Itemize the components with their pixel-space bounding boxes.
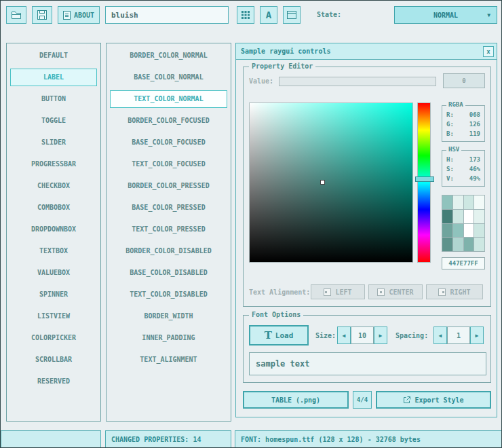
property-list-item[interactable]: BASE_COLOR_FOCUSED: [110, 134, 227, 151]
property-list-item[interactable]: BORDER_COLOR_FOCUSED: [110, 112, 227, 130]
hue-bar-handle[interactable]: [415, 176, 434, 182]
color-swatch[interactable]: [464, 224, 474, 238]
open-file-button[interactable]: [6, 6, 26, 24]
property-list-item[interactable]: TEXT_ALIGNMENT: [110, 351, 227, 369]
text-alignment-label: Text Alignment:: [249, 288, 310, 296]
rgba-row-r: R: 068: [442, 110, 484, 119]
color-swatch[interactable]: [474, 210, 484, 223]
about-button[interactable]: ABOUT: [58, 6, 100, 24]
export-style-button[interactable]: Export Style: [376, 391, 491, 409]
window-preview-button[interactable]: [283, 6, 301, 24]
color-swatch[interactable]: [453, 210, 463, 223]
sample-text-input[interactable]: sample text: [249, 352, 486, 375]
h-value: 173: [469, 155, 480, 164]
color-swatch[interactable]: [464, 195, 474, 209]
align-right-label: RIGHT: [450, 288, 470, 296]
rguistyler-app: ABOUT A State: NORMAL ▼ DEFAULT LABEL BU…: [0, 0, 502, 448]
hex-value-text: 447E77FF: [448, 260, 478, 267]
control-list-item[interactable]: PROGRESSBAR: [10, 155, 97, 173]
style-color-swatch-grid: [442, 195, 485, 252]
control-list-item[interactable]: SLIDER: [10, 134, 97, 151]
property-list-item[interactable]: TEXT_COLOR_PRESSED: [110, 221, 227, 238]
control-list-item[interactable]: CHECKBOX: [10, 177, 97, 195]
save-file-button[interactable]: [32, 6, 52, 24]
control-list-item[interactable]: LABEL: [10, 69, 97, 86]
align-right-button[interactable]: RIGHT: [426, 284, 483, 299]
align-left-button[interactable]: LEFT: [311, 284, 365, 299]
style-name-input[interactable]: [105, 6, 229, 24]
control-list-item[interactable]: RESERVED: [10, 373, 97, 390]
color-swatch[interactable]: [442, 238, 452, 251]
control-list-item[interactable]: DROPDOWNBOX: [10, 221, 97, 238]
property-list-item[interactable]: BORDER_COLOR_DISABLED: [110, 242, 227, 260]
sample-window-titlebar[interactable]: Sample raygui controls: [236, 43, 497, 60]
changed-properties-text: CHANGED PROPERTIES: 14: [111, 436, 201, 443]
property-list-item[interactable]: TEXT_COLOR_FOCUSED: [110, 155, 227, 173]
value-slider[interactable]: [279, 77, 436, 86]
value-button[interactable]: 0: [443, 73, 485, 88]
h-label: H:: [446, 155, 454, 164]
control-list-item[interactable]: SPINNER: [10, 286, 97, 303]
v-value: 49%: [469, 174, 480, 183]
property-list-item[interactable]: BASE_COLOR_DISABLED: [110, 264, 227, 282]
close-icon: x: [486, 48, 490, 55]
control-list-item[interactable]: BUTTON: [10, 90, 97, 108]
statusbar-left: [1, 430, 101, 448]
style-table-view-button[interactable]: [237, 6, 254, 24]
font-spacing-decrement-button[interactable]: ◀: [433, 326, 447, 344]
color-panel[interactable]: [249, 102, 413, 263]
color-swatch[interactable]: [453, 238, 463, 251]
color-swatch[interactable]: [474, 195, 484, 209]
property-list-item[interactable]: TEXT_COLOR_DISABLED: [110, 286, 227, 303]
property-list-item[interactable]: BORDER_WIDTH: [110, 307, 227, 325]
font-options-group-label: Font Options: [249, 311, 303, 318]
color-swatch[interactable]: [442, 210, 452, 223]
font-load-label: Load: [275, 331, 294, 340]
property-list-item[interactable]: BASE_COLOR_PRESSED: [110, 199, 227, 217]
color-swatch[interactable]: [464, 210, 474, 223]
color-swatch[interactable]: [453, 195, 463, 209]
color-swatch[interactable]: [442, 195, 452, 209]
font-atlas-button[interactable]: A: [260, 6, 277, 24]
font-size-value-text: 10: [358, 332, 366, 339]
info-file-icon: [63, 11, 71, 20]
control-list-item[interactable]: TEXTBOX: [10, 242, 97, 260]
color-swatch[interactable]: [464, 238, 474, 251]
font-size-value[interactable]: 10: [351, 326, 374, 344]
control-list-item[interactable]: COMBOBOX: [10, 199, 97, 217]
close-window-button[interactable]: x: [483, 46, 494, 57]
control-list-item[interactable]: COLORPICKER: [10, 329, 97, 347]
chevron-right-icon: ▶: [379, 333, 383, 339]
hue-bar[interactable]: [417, 102, 431, 263]
font-size-decrement-button[interactable]: ◀: [337, 326, 351, 344]
property-list-item[interactable]: BORDER_COLOR_NORMAL: [110, 47, 227, 64]
grid-icon: [242, 11, 250, 19]
font-letter-icon: A: [266, 10, 271, 20]
font-spacing-value[interactable]: 1: [447, 326, 470, 344]
style-page-button[interactable]: 4/4: [353, 391, 372, 409]
control-list-item[interactable]: TOGGLE: [10, 112, 97, 130]
color-swatch[interactable]: [442, 224, 452, 238]
font-size-label: Size:: [315, 332, 336, 339]
property-list-item[interactable]: INNER_PADDING: [110, 329, 227, 347]
control-list-item[interactable]: SCROLLBAR: [10, 351, 97, 369]
control-list-item[interactable]: VALUEBOX: [10, 264, 97, 282]
control-list-item[interactable]: LISTVIEW: [10, 307, 97, 325]
color-swatch[interactable]: [453, 224, 463, 238]
align-center-button[interactable]: CENTER: [368, 284, 423, 299]
state-dropdown[interactable]: NORMAL ▼: [394, 6, 497, 24]
chevron-left-icon: ◀: [343, 333, 346, 339]
r-value: 068: [469, 110, 480, 119]
control-list-item[interactable]: DEFAULT: [10, 47, 97, 64]
color-swatch[interactable]: [474, 224, 484, 238]
export-format-dropdown[interactable]: TABLE (.png): [243, 391, 349, 409]
property-list-item[interactable]: TEXT_COLOR_NORMAL: [110, 90, 227, 108]
font-size-increment-button[interactable]: ▶: [374, 326, 387, 344]
font-spacing-increment-button[interactable]: ▶: [470, 326, 484, 344]
font-load-button[interactable]: T Load: [249, 325, 309, 346]
hex-value-input[interactable]: 447E77FF: [442, 257, 485, 269]
property-list-item[interactable]: BASE_COLOR_NORMAL: [110, 69, 227, 86]
color-swatch[interactable]: [474, 238, 484, 251]
color-panel-cursor[interactable]: [320, 180, 325, 185]
property-list-item[interactable]: BORDER_COLOR_PRESSED: [110, 177, 227, 195]
